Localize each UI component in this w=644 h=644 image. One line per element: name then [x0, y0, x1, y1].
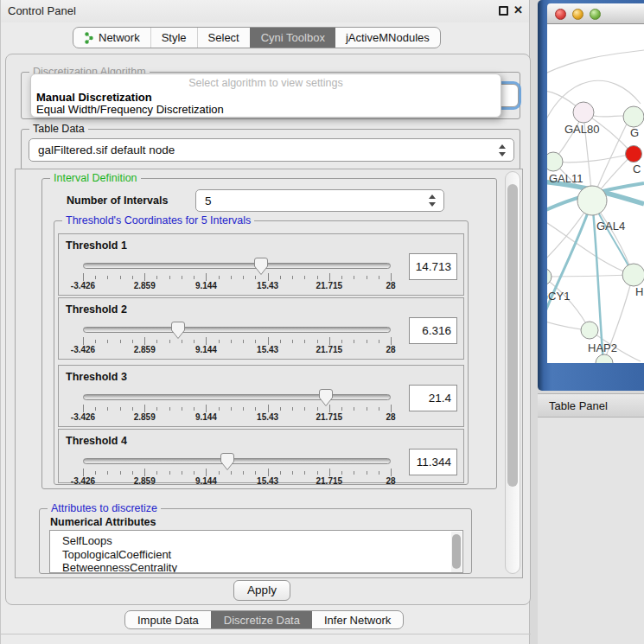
- slider-tick: [367, 276, 367, 279]
- network-window-titlebar: [547, 3, 644, 24]
- slider-tick: [206, 337, 207, 345]
- dropdown-item-manual-discretization[interactable]: Manual Discretization: [36, 91, 152, 104]
- threshold-2-slider-track[interactable]: [83, 327, 391, 333]
- slider-tick-label: -3.426: [71, 476, 95, 486]
- slider-tick: [144, 337, 145, 345]
- slider-tick-label: 28: [386, 412, 395, 422]
- tab-style[interactable]: Style: [150, 28, 197, 48]
- slider-tick-label: 9.144: [195, 281, 217, 290]
- numerical-attributes-list: SelfLoops TopologicalCoefficient Between…: [49, 530, 463, 573]
- tab-infer-network[interactable]: Infer Network: [312, 611, 403, 628]
- list-item-selfloops[interactable]: SelfLoops: [50, 531, 462, 548]
- attributes-group-title: Attributes to discretize: [48, 502, 161, 514]
- slider-tick: [317, 407, 318, 411]
- slider-tick: [107, 407, 108, 411]
- slider-tick: [206, 469, 207, 476]
- slider-tick: [219, 276, 220, 279]
- label-clipped-c: C: [633, 163, 641, 175]
- attributes-to-discretize-group: Attributes to discretize Numerical Attri…: [39, 508, 472, 574]
- slider-tick: [268, 405, 269, 412]
- slider-tick: [379, 407, 379, 411]
- slider-tick: [120, 471, 121, 475]
- settings-scrollbar-thumb[interactable]: [507, 184, 518, 487]
- dropdown-item-equal-width-frequency[interactable]: Equal Width/Frequency Discretization: [36, 103, 224, 116]
- tab-impute-data[interactable]: Impute Data: [125, 611, 211, 628]
- tab-network[interactable]: Network: [73, 28, 150, 48]
- network-graph: GAL80 G GAL11 C GAL4 GCY1 H HAP2: [547, 24, 644, 363]
- thresholds-group-title: Threshold's Coordinates for 5 Intervals: [62, 214, 254, 226]
- slider-tick-label: 9.144: [195, 476, 217, 486]
- slider-tick: [231, 340, 232, 343]
- threshold-2-value-field[interactable]: 6.316: [409, 317, 457, 344]
- close-icon[interactable]: ✕: [513, 3, 523, 16]
- dropdown-hint: Select algorithm to view settings: [31, 77, 501, 89]
- node-gal4[interactable]: [577, 186, 607, 215]
- slider-tick-label: 9.144: [195, 345, 217, 354]
- tab-network-label: Network: [99, 31, 140, 44]
- network-canvas[interactable]: GAL80 G GAL11 C GAL4 GCY1 H HAP2: [547, 24, 644, 363]
- slider-tick: [83, 405, 84, 412]
- list-item-betweennesscentrality[interactable]: BetweennessCentrality: [50, 561, 462, 573]
- cyni-mode-tabs: Impute Data Discretize Data Infer Networ…: [124, 610, 404, 629]
- slider-tick-label: 15.43: [257, 476, 278, 486]
- slider-tick: [280, 471, 281, 475]
- slider-tick: [132, 276, 133, 279]
- threshold-3-value-field[interactable]: 21.4: [409, 385, 457, 411]
- zoom-traffic-light-icon[interactable]: [590, 9, 601, 20]
- node-gal11[interactable]: [547, 152, 563, 171]
- tab-jactivemnodules[interactable]: jActiveMNodules: [335, 28, 440, 48]
- slider-tick: [120, 276, 121, 279]
- apply-button[interactable]: Apply: [233, 580, 290, 601]
- minimize-traffic-light-icon[interactable]: [572, 9, 583, 20]
- node-top-right[interactable]: [623, 106, 644, 127]
- slider-tick: [156, 340, 157, 343]
- label-gcy1: GCY1: [547, 290, 570, 303]
- slider-tick: [169, 276, 170, 279]
- slider-tick: [391, 405, 392, 412]
- slider-tick: [292, 471, 293, 475]
- combobox-stepper-icon: [499, 144, 507, 156]
- slider-tick: [206, 273, 207, 281]
- threshold-3-slider-track[interactable]: [83, 394, 391, 400]
- tab-discretize-data[interactable]: Discretize Data: [211, 611, 312, 628]
- number-of-intervals-spinner[interactable]: 5: [195, 189, 444, 212]
- slider-tick: [144, 273, 145, 281]
- slider-tick: [107, 340, 108, 343]
- slider-tick-label: 2.859: [134, 412, 156, 422]
- table-data-combobox[interactable]: galFiltered.sif default node: [29, 138, 514, 162]
- slider-tick: [354, 407, 354, 411]
- threshold-1-value-field[interactable]: 14.713: [409, 253, 457, 280]
- slider-tick: [243, 471, 244, 475]
- float-window-icon[interactable]: [499, 6, 508, 16]
- tab-cyni-toolbox[interactable]: Cyni Toolbox: [250, 28, 335, 48]
- settings-vertical-scrollbar[interactable]: [505, 171, 520, 574]
- threshold-1-slider-track[interactable]: [83, 263, 391, 269]
- slider-tick: [329, 469, 330, 476]
- table-panel-titlebar: Table Panel: [538, 393, 644, 418]
- list-item-topologicalcoefficient[interactable]: TopologicalCoefficient: [50, 548, 462, 562]
- slider-tick: [304, 471, 305, 475]
- node-h[interactable]: [622, 264, 644, 286]
- tab-select[interactable]: Select: [197, 28, 250, 48]
- close-traffic-light-icon[interactable]: [555, 9, 566, 20]
- node-hap2[interactable]: [581, 322, 598, 339]
- node-gal80[interactable]: [573, 102, 594, 123]
- slider-tick-label: -3.426: [71, 281, 95, 290]
- slider-tick: [95, 407, 96, 411]
- slider-tick-label: 28: [386, 476, 395, 486]
- node-selected-red[interactable]: [626, 146, 642, 163]
- table-panel-title: Table Panel: [549, 399, 608, 412]
- panel-title: Control Panel: [8, 4, 76, 17]
- attributes-list-scrollbar[interactable]: [451, 532, 462, 573]
- slider-tick: [268, 337, 269, 345]
- threshold-4-slider-track[interactable]: [83, 458, 391, 464]
- slider-tick: [194, 407, 194, 411]
- attributes-list-scrollbar-thumb[interactable]: [452, 534, 461, 569]
- label-gal11: GAL11: [549, 172, 583, 185]
- slider-tick: [255, 276, 256, 279]
- node-bottom[interactable]: [596, 354, 613, 363]
- slider-tick-label: 2.859: [134, 345, 156, 354]
- label-gal80: GAL80: [564, 123, 599, 136]
- slider-tick: [304, 340, 305, 343]
- threshold-4-value-field[interactable]: 11.344: [409, 449, 457, 475]
